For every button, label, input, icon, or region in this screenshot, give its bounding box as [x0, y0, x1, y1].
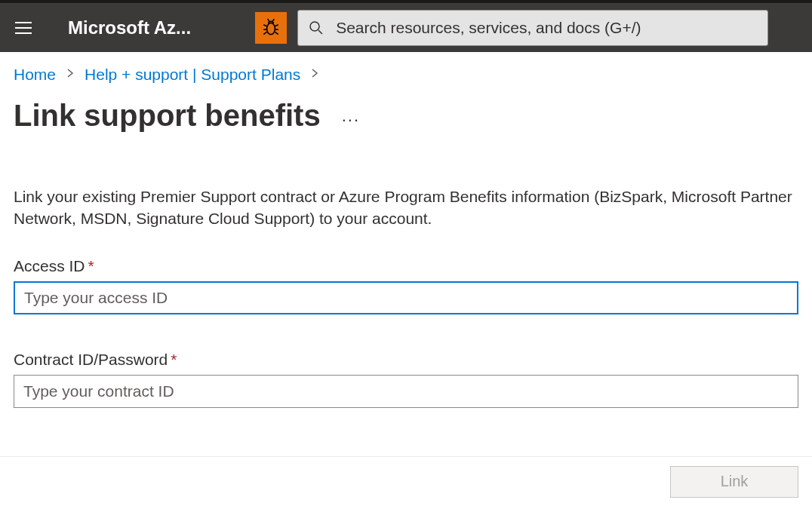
header: Microsoft Az... — [0, 3, 812, 52]
chevron-right-icon — [66, 68, 74, 81]
svg-line-7 — [275, 24, 278, 26]
svg-line-6 — [263, 32, 266, 34]
breadcrumb: Home Help + support | Support Plans — [14, 66, 798, 84]
svg-line-11 — [272, 19, 274, 21]
svg-line-9 — [275, 32, 278, 34]
svg-line-10 — [268, 19, 269, 21]
access-id-label: Access ID* — [14, 257, 798, 275]
search-icon — [309, 20, 324, 35]
access-id-input[interactable] — [14, 281, 798, 314]
bug-button[interactable] — [255, 12, 287, 44]
page-title: Link support benefits — [14, 99, 321, 133]
brand-label[interactable]: Microsoft Az... — [68, 17, 191, 38]
search-box[interactable] — [297, 10, 768, 46]
link-button[interactable]: Link — [670, 466, 798, 498]
contract-id-label-text: Contract ID/Password — [14, 351, 168, 368]
menu-button[interactable] — [8, 12, 39, 44]
chevron-right-icon — [311, 68, 318, 81]
form-group-contract-id: Contract ID/Password* — [14, 351, 798, 408]
required-indicator: * — [171, 351, 177, 368]
bug-icon — [261, 18, 281, 38]
page-title-row: Link support benefits ··· — [14, 99, 798, 133]
page-description: Link your existing Premier Support contr… — [14, 186, 798, 230]
svg-line-13 — [318, 30, 322, 34]
footer: Link — [0, 456, 812, 506]
contract-id-input[interactable] — [14, 375, 798, 408]
more-button[interactable]: ··· — [342, 103, 360, 130]
hamburger-icon — [15, 21, 32, 35]
svg-point-3 — [267, 23, 275, 34]
svg-line-4 — [263, 24, 266, 26]
search-input[interactable] — [336, 19, 757, 37]
form-group-access-id: Access ID* — [14, 257, 798, 314]
contract-id-label: Contract ID/Password* — [14, 351, 798, 369]
access-id-label-text: Access ID — [14, 257, 85, 274]
content: Home Help + support | Support Plans Link… — [0, 52, 812, 408]
required-indicator: * — [88, 257, 94, 274]
breadcrumb-home[interactable]: Home — [14, 66, 56, 84]
svg-point-12 — [310, 22, 319, 31]
breadcrumb-help-support[interactable]: Help + support | Support Plans — [85, 66, 300, 84]
